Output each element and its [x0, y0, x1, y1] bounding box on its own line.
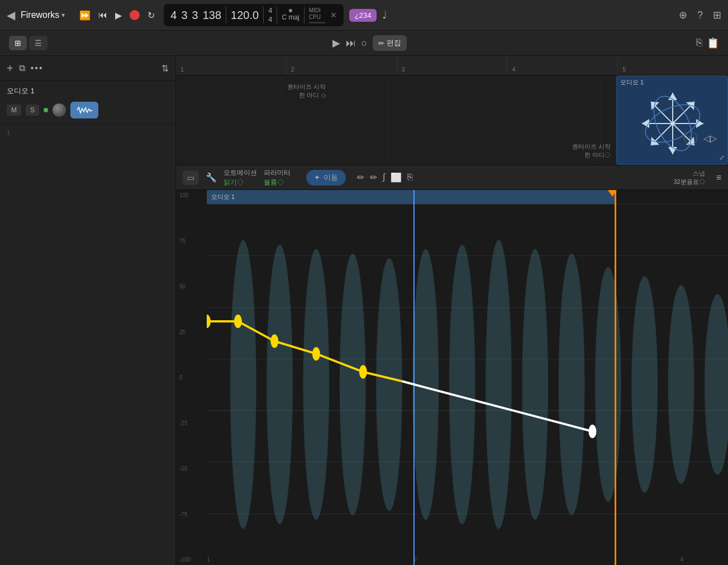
- cpu-label: CPU: [309, 14, 326, 20]
- duplicate-button[interactable]: ⧉: [19, 63, 25, 73]
- svg-point-37: [312, 348, 320, 360]
- project-name-text: Fireworks: [21, 10, 59, 20]
- midi-label: MIDI: [309, 7, 326, 13]
- play-button[interactable]: ▶: [115, 10, 122, 21]
- move-button[interactable]: ✦ 이동: [306, 170, 346, 186]
- paste-button[interactable]: 📋: [707, 37, 719, 49]
- quantize-value-row[interactable]: 한 마디 ◇: [299, 91, 326, 99]
- tempo-display[interactable]: 120.0: [231, 9, 259, 22]
- ruler-mark-1: 1: [176, 56, 287, 75]
- track-lanes[interactable]: 오디오 1: [176, 75, 728, 165]
- svg-line-33: [402, 381, 593, 431]
- audio-region[interactable]: 오디오 1: [616, 75, 728, 165]
- metronome-button[interactable]: ♩: [382, 9, 387, 21]
- beat2-number: 3: [192, 9, 198, 22]
- parameter-label: 파라미터: [264, 168, 291, 178]
- quantize-area: 퀀타이즈 시작 한 마디◇: [572, 143, 616, 159]
- snowflake-graphic: [622, 84, 723, 163]
- automation-canvas[interactable]: 100 75 50 25 0 -25 -50 -75 -100 오디오 1: [176, 190, 728, 565]
- circle-button[interactable]: ○: [684, 131, 697, 145]
- curve-tool-button[interactable]: ∫: [383, 172, 385, 183]
- grid-view-button[interactable]: ⊞: [9, 36, 27, 50]
- add-track-button[interactable]: +: [7, 62, 13, 75]
- cpu-bar: [309, 22, 326, 23]
- midi-cpu-area: MIDI CPU: [309, 7, 326, 23]
- edit-button[interactable]: ✏ 편집: [373, 35, 407, 51]
- automation-curve[interactable]: [207, 204, 728, 565]
- automation-toolbar: ▭ 🔧 오토메이션 읽기◇ 파라미터 볼륨◇ ✦ 이동 ✏ ✏ ∫: [176, 165, 728, 190]
- pencil-tool-button[interactable]: ✏: [370, 172, 377, 183]
- divider2: [263, 7, 264, 23]
- second-bar: ⊞ ☰ ▶ ⏭ ○ ✏ 편집 ⎘ 📋: [0, 31, 728, 56]
- project-name[interactable]: Fireworks ▾: [21, 10, 65, 20]
- svg-point-36: [271, 335, 278, 348]
- timeline-ruler: 1 2 3 4 5: [176, 56, 728, 75]
- key-display[interactable]: C maj: [282, 13, 299, 21]
- close-display-button[interactable]: ✕: [330, 11, 337, 20]
- position-display: 4 3 3 138 120.0 4 4 C maj MIDI CPU ✕: [164, 4, 343, 26]
- project-dropdown-icon[interactable]: ▾: [61, 11, 65, 19]
- view-toggle: ⊞ ☰: [9, 36, 47, 50]
- divider3: [277, 7, 277, 23]
- snap-value[interactable]: 32분음표◇: [673, 178, 705, 186]
- chart-area: 오디오 1: [207, 190, 728, 565]
- solo-button[interactable]: S: [26, 105, 39, 116]
- help-icon[interactable]: ?: [697, 10, 703, 21]
- panel-toggle-button[interactable]: ▭: [183, 170, 199, 185]
- end-marker-triangle: [608, 190, 617, 197]
- main-area: + ⧉ ••• ⇅ 오디오 1 M S 1 퀀타이즈 시작 한 마디: [0, 56, 728, 565]
- fastforward-button[interactable]: ⏩: [79, 10, 91, 21]
- left-right-arrows[interactable]: ◁▷: [703, 133, 717, 144]
- play-from-here-button[interactable]: ▶: [332, 37, 340, 49]
- parameter-value[interactable]: 볼륨◇: [264, 178, 291, 187]
- top-right-icons: ⊕ ? ⊞: [679, 9, 721, 21]
- pen-tool-button[interactable]: ✏: [357, 172, 364, 183]
- time-signature[interactable]: 4 4: [268, 6, 272, 23]
- key-sig-area: C maj: [282, 9, 299, 21]
- record-region-button[interactable]: ○: [361, 37, 368, 49]
- quantize-val-right[interactable]: 한 마디◇: [584, 151, 611, 159]
- play-end-button[interactable]: ⏭: [346, 37, 356, 49]
- y-axis: 100 75 50 25 0 -25 -50 -75 -100: [176, 190, 207, 565]
- sort-button[interactable]: ⇅: [161, 63, 169, 74]
- select-tool-button[interactable]: ⬜: [391, 172, 402, 183]
- track-number: 1: [0, 125, 175, 140]
- list-view-button[interactable]: ☰: [29, 36, 47, 50]
- quantize-title-right: 퀀타이즈 시작: [572, 143, 611, 151]
- quantize-panel: 퀀타이즈 시작 한 마디 ◇: [287, 83, 326, 99]
- volume-knob[interactable]: [53, 103, 66, 117]
- ruler-marks: 1 2 3 4 5: [176, 56, 728, 75]
- loop-button[interactable]: ↻: [147, 10, 155, 21]
- tick-number: 138: [203, 9, 221, 22]
- key-dot: [289, 9, 292, 12]
- automation-value[interactable]: 읽기◇: [223, 178, 257, 187]
- goto-start-button[interactable]: ⏮: [98, 10, 107, 20]
- ruler-mark-4: 4: [507, 56, 618, 75]
- back-button[interactable]: ◀: [7, 8, 15, 22]
- ruler-mark-3: 3: [397, 56, 508, 75]
- more-options-button[interactable]: •••: [31, 63, 44, 73]
- beat1-number: 3: [181, 9, 187, 22]
- plugin-button[interactable]: ¿234: [349, 9, 377, 22]
- region-header: 오디오 1: [207, 190, 615, 204]
- settings-icon[interactable]: ⊞: [713, 9, 721, 21]
- track-row: M S: [0, 96, 175, 125]
- lines-icon[interactable]: ≡: [716, 173, 721, 183]
- track-name-row: 오디오 1: [0, 81, 175, 96]
- record-button[interactable]: [130, 10, 140, 20]
- auto-param-area: 파라미터 볼륨◇: [264, 168, 291, 187]
- region-label: 오디오 1: [211, 193, 235, 201]
- svg-point-39: [589, 425, 596, 438]
- divider: [226, 7, 226, 23]
- track-name-label: 오디오 1: [7, 87, 35, 95]
- copy2-button[interactable]: ⎘: [407, 172, 413, 183]
- mute-button[interactable]: M: [7, 105, 21, 116]
- bottom-area: ▭ 🔧 오토메이션 읽기◇ 파라미터 볼륨◇ ✦ 이동 ✏ ✏ ∫: [176, 165, 728, 565]
- bar-number: 4: [170, 9, 177, 22]
- add-icon[interactable]: ⊕: [679, 9, 687, 21]
- copy-button[interactable]: ⎘: [696, 37, 702, 49]
- auto-tool-icon[interactable]: 🔧: [206, 172, 217, 183]
- waveform-plugin-button[interactable]: [70, 102, 98, 118]
- waveform-icon: [76, 105, 93, 115]
- expand-icon[interactable]: ⤢: [719, 154, 725, 162]
